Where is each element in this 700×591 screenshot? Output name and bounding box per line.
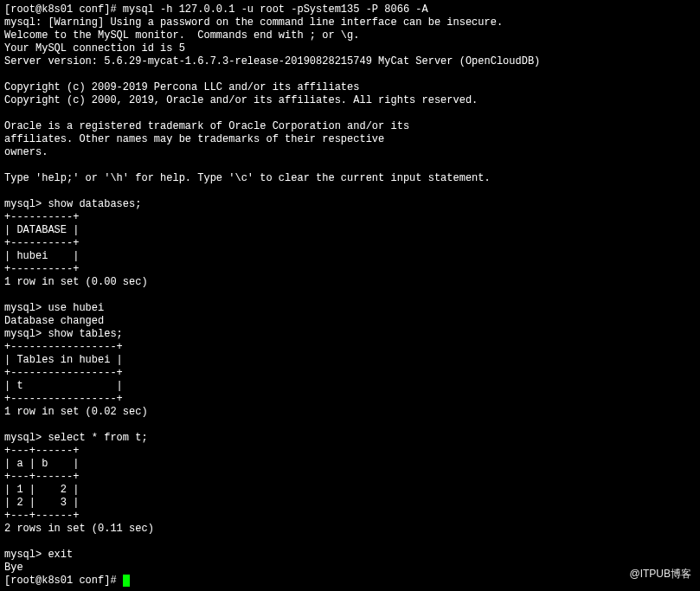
terminal-line: mysql> select * from t; — [4, 432, 696, 445]
terminal-line: | Tables in hubei | — [4, 354, 696, 367]
terminal-line: 2 rows in set (0.11 sec) — [4, 523, 696, 536]
terminal-line: +-----------------+ — [4, 367, 696, 380]
terminal-line: Your MySQL connection id is 5 — [4, 42, 696, 55]
terminal-line: owners. — [4, 146, 696, 159]
terminal-line: | 2 | 3 | — [4, 497, 696, 510]
terminal-line: 1 row in set (0.00 sec) — [4, 276, 696, 289]
terminal-line: | 1 | 2 | — [4, 484, 696, 497]
terminal-line: +---+------+ — [4, 445, 696, 458]
terminal-prompt-line[interactable]: [root@k8s01 conf]# — [4, 575, 696, 588]
terminal-line: Server version: 5.6.29-mycat-1.6.7.3-rel… — [4, 55, 696, 68]
terminal-line: 1 row in set (0.02 sec) — [4, 406, 696, 419]
terminal-line: +----------+ — [4, 237, 696, 250]
terminal-line — [4, 159, 696, 172]
terminal-line: +-----------------+ — [4, 341, 696, 354]
terminal-line — [4, 289, 696, 302]
terminal-line: mysql: [Warning] Using a password on the… — [4, 16, 696, 29]
terminal-line: +----------+ — [4, 263, 696, 276]
terminal-line: Copyright (c) 2009-2019 Percona LLC and/… — [4, 81, 696, 94]
terminal-output[interactable]: [root@k8s01 conf]# mysql -h 127.0.0.1 -u… — [4, 3, 696, 588]
terminal-line: +-----------------+ — [4, 393, 696, 406]
terminal-line: Database changed — [4, 315, 696, 328]
terminal-line: +---+------+ — [4, 471, 696, 484]
terminal-line: affiliates. Other names may be trademark… — [4, 133, 696, 146]
terminal-line: +---+------+ — [4, 510, 696, 523]
terminal-line — [4, 185, 696, 198]
terminal-line: | hubei | — [4, 250, 696, 263]
terminal-line — [4, 68, 696, 81]
terminal-line: Copyright (c) 2000, 2019, Oracle and/or … — [4, 94, 696, 107]
terminal-line: Bye — [4, 562, 696, 575]
cursor-icon — [123, 575, 130, 587]
terminal-line: | a | b | — [4, 458, 696, 471]
terminal-line: Oracle is a registered trademark of Orac… — [4, 120, 696, 133]
prompt-text: [root@k8s01 conf]# — [4, 575, 123, 587]
terminal-line: Welcome to the MySQL monitor. Commands e… — [4, 29, 696, 42]
terminal-line — [4, 419, 696, 432]
terminal-line: | t | — [4, 380, 696, 393]
watermark-label: @ITPUB博客 — [629, 568, 691, 581]
terminal-line: mysql> exit — [4, 549, 696, 562]
terminal-line: | DATABASE | — [4, 224, 696, 237]
terminal-line: Type 'help;' or '\h' for help. Type '\c'… — [4, 172, 696, 185]
terminal-line: +----------+ — [4, 211, 696, 224]
terminal-line — [4, 107, 696, 120]
terminal-line — [4, 536, 696, 549]
terminal-line: [root@k8s01 conf]# mysql -h 127.0.0.1 -u… — [4, 3, 696, 16]
terminal-line: mysql> show databases; — [4, 198, 696, 211]
terminal-line: mysql> use hubei — [4, 302, 696, 315]
terminal-line: mysql> show tables; — [4, 328, 696, 341]
